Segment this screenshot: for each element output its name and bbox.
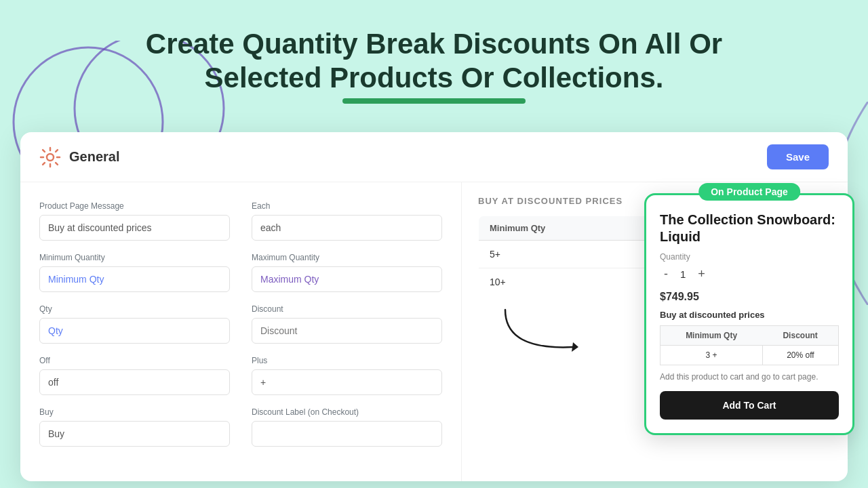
card-header-left: General bbox=[39, 146, 119, 168]
discount-checkout-input[interactable] bbox=[252, 421, 442, 447]
hero-underline bbox=[342, 98, 526, 104]
hero-line2: Selected Products Or Collections. bbox=[205, 62, 664, 94]
preview-col-min-qty: Minimum Qty bbox=[660, 326, 763, 346]
qty-label: Qty bbox=[39, 304, 230, 314]
plus-group: Plus bbox=[252, 356, 442, 395]
discount-label: Discount bbox=[252, 304, 442, 314]
card-title: General bbox=[69, 149, 119, 165]
form-grid: Product Page Message Each Minimum Quanti… bbox=[39, 201, 442, 447]
minimum-quantity-input[interactable] bbox=[39, 266, 230, 292]
each-group: Each bbox=[252, 201, 442, 241]
minimum-quantity-group: Minimum Quantity bbox=[39, 253, 230, 292]
preview-table-row: 3 + 20% off bbox=[660, 346, 839, 365]
hero-line1: Create Quantity Break Discounts On All O… bbox=[146, 28, 722, 60]
buy-label: Buy bbox=[39, 407, 230, 417]
preview-card: On Product Page The Collection Snowboard… bbox=[644, 193, 854, 435]
preview-cell-qty: 3 + bbox=[660, 346, 763, 365]
preview-quantity-label: Quantity bbox=[660, 252, 839, 262]
off-label: Off bbox=[39, 356, 230, 365]
each-input[interactable] bbox=[252, 215, 442, 241]
off-group: Off bbox=[39, 356, 230, 395]
svg-marker-3 bbox=[572, 342, 578, 352]
add-to-cart-button[interactable]: Add To Cart bbox=[660, 391, 839, 420]
svg-point-2 bbox=[47, 154, 54, 161]
preview-body: The Collection Snowboard: Liquid Quantit… bbox=[646, 195, 852, 433]
product-page-message-label: Product Page Message bbox=[39, 201, 230, 211]
preview-product-title: The Collection Snowboard: Liquid bbox=[660, 211, 839, 245]
plus-label: Plus bbox=[252, 356, 442, 365]
hero-section: Create Quantity Break Discounts On All O… bbox=[0, 27, 868, 104]
product-page-message-group: Product Page Message bbox=[39, 201, 230, 241]
preview-cell-discount: 20% off bbox=[762, 346, 838, 365]
discount-checkout-group: Discount Label (on Checkout) bbox=[252, 407, 442, 447]
save-button[interactable]: Save bbox=[767, 144, 829, 169]
curved-arrow-icon bbox=[498, 303, 587, 357]
maximum-quantity-input[interactable] bbox=[252, 266, 442, 292]
discount-group: Discount bbox=[252, 304, 442, 344]
discount-checkout-label: Discount Label (on Checkout) bbox=[252, 407, 442, 417]
qty-stepper: - 1 + bbox=[660, 266, 839, 283]
buy-input[interactable] bbox=[39, 421, 230, 447]
qty-plus-button[interactable]: + bbox=[694, 266, 709, 283]
preview-price: $749.95 bbox=[660, 291, 839, 303]
qty-group: Qty bbox=[39, 304, 230, 344]
preview-cart-note: Add this product to cart and go to cart … bbox=[660, 372, 839, 382]
minimum-quantity-label: Minimum Quantity bbox=[39, 253, 230, 262]
plus-input[interactable] bbox=[252, 369, 442, 395]
form-panel: Product Page Message Each Minimum Quanti… bbox=[20, 182, 461, 481]
discount-input[interactable] bbox=[252, 318, 442, 344]
qty-input[interactable] bbox=[39, 318, 230, 344]
maximum-quantity-group: Maximum Quantity bbox=[252, 253, 442, 292]
qty-minus-button[interactable]: - bbox=[660, 266, 672, 283]
product-page-message-input[interactable] bbox=[39, 215, 230, 241]
preview-discount-label: Buy at discounted prices bbox=[660, 310, 839, 320]
maximum-quantity-label: Maximum Quantity bbox=[252, 253, 442, 262]
off-input[interactable] bbox=[39, 369, 230, 395]
preview-col-discount: Discount bbox=[762, 326, 838, 346]
preview-badge: On Product Page bbox=[698, 183, 800, 201]
qty-value: 1 bbox=[680, 268, 686, 280]
buy-group: Buy bbox=[39, 407, 230, 447]
gear-icon bbox=[39, 146, 61, 168]
card-header: General Save bbox=[20, 132, 848, 182]
each-label: Each bbox=[252, 201, 442, 211]
preview-table: Minimum Qty Discount 3 + 20% off bbox=[660, 325, 839, 365]
